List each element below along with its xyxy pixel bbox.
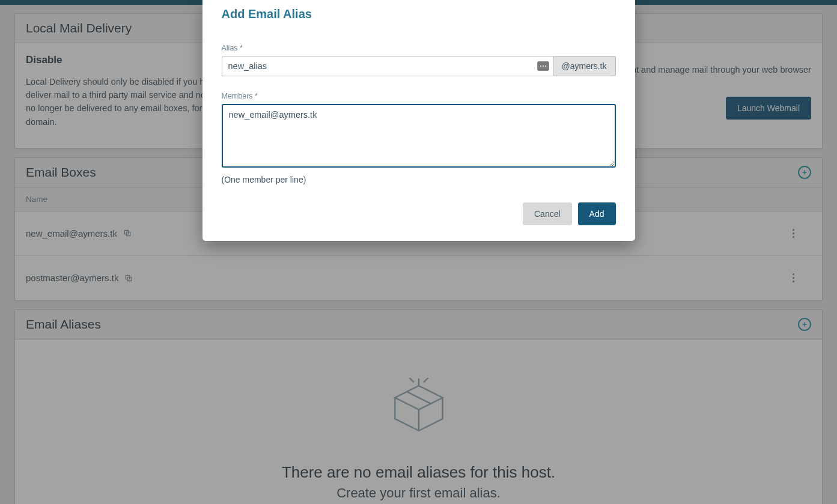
alias-required-mark: *	[240, 44, 243, 52]
alias-label-text: Alias	[222, 44, 238, 52]
members-label: Members *	[222, 92, 616, 100]
alias-domain-addon: @aymers.tk	[553, 56, 616, 76]
cancel-button[interactable]: Cancel	[523, 202, 572, 225]
members-hint: (One member per line)	[222, 175, 616, 184]
virtual-keyboard-button[interactable]	[537, 61, 549, 71]
modal-title: Add Email Alias	[222, 7, 616, 21]
add-email-alias-modal: Add Email Alias Alias * @aymers.tk Membe…	[202, 0, 635, 241]
members-textarea[interactable]	[222, 104, 616, 168]
modal-overlay[interactable]: Add Email Alias Alias * @aymers.tk Membe…	[0, 0, 837, 504]
alias-input-row: @aymers.tk	[222, 56, 616, 76]
alias-input[interactable]	[222, 56, 553, 76]
members-required-mark: *	[255, 92, 258, 100]
alias-label: Alias *	[222, 44, 616, 52]
members-label-text: Members	[222, 92, 253, 100]
add-button[interactable]: Add	[578, 202, 616, 225]
modal-actions: Cancel Add	[222, 202, 616, 225]
alias-input-wrap	[222, 56, 553, 76]
